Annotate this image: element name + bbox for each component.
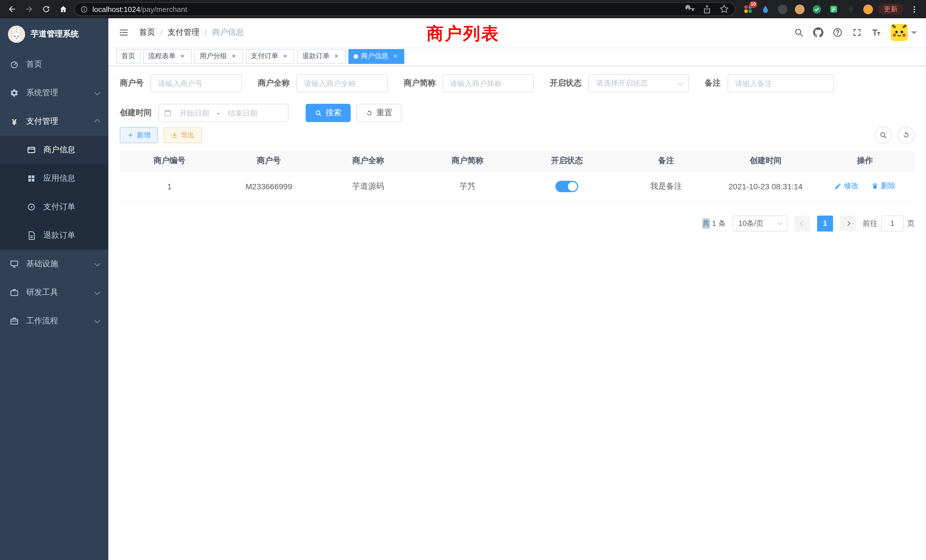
github-icon[interactable] (813, 27, 823, 38)
sidebar-subitem-merchant-info[interactable]: 商户信息 (0, 136, 108, 164)
tab-user-group[interactable]: 用户分组 × (194, 49, 243, 64)
column-header-id: 商户编号 (120, 151, 219, 171)
extension-green-check-icon[interactable] (811, 3, 822, 15)
sidebar-item-infrastructure[interactable]: 基础设施 (0, 250, 108, 278)
column-header-created: 创建时间 (716, 151, 816, 171)
sidebar: 芋道管理系统 首页 系统管理 ¥ 支付管理 (0, 18, 108, 560)
chevron-down-icon (678, 80, 683, 85)
edit-button-label: 修改 (844, 181, 859, 191)
extension-orange-avatar-icon[interactable] (862, 3, 873, 15)
extension-grid-icon[interactable]: 10 (742, 3, 754, 15)
sidebar-subitem-refund-order[interactable]: 退款订单 (0, 221, 108, 250)
tab-process-form[interactable]: 流程表单 × (143, 49, 192, 64)
tab-refund-order[interactable]: 退款订单 × (297, 49, 345, 64)
extension-note-icon[interactable] (828, 3, 839, 15)
sidebar-item-home[interactable]: 首页 (0, 50, 108, 79)
back-icon[interactable] (6, 3, 18, 15)
delete-button[interactable]: 删除 (871, 181, 896, 191)
search-button[interactable]: 搜索 (306, 104, 351, 122)
tab-pay-order[interactable]: 支付订单 × (246, 49, 294, 64)
close-icon[interactable]: × (333, 52, 340, 60)
reset-button[interactable]: 重置 (356, 104, 401, 122)
page-1-button[interactable]: 1 (817, 215, 833, 231)
payment-submenu: 商户信息 应用信息 支付订单 (0, 136, 108, 250)
extension-badge: 10 (749, 1, 757, 8)
end-date-input[interactable] (222, 109, 263, 117)
short-name-input[interactable] (442, 74, 534, 92)
url-path: /pay/merchant (140, 5, 187, 14)
cell-created: 2021-10-23 08:31:14 (716, 171, 816, 201)
help-icon[interactable] (832, 27, 843, 38)
extension-drop-icon[interactable] (760, 3, 771, 15)
app-logo[interactable]: 芋道管理系统 (0, 18, 108, 50)
tab-merchant-info[interactable]: 商户信息 × (348, 49, 404, 64)
search-icon[interactable] (794, 27, 804, 38)
cell-remark: 我是备注 (617, 171, 716, 201)
monitor-icon (9, 259, 20, 269)
export-button[interactable]: 导出 (163, 127, 202, 143)
merchant-no-input[interactable] (151, 74, 242, 92)
sidebar-item-system[interactable]: 系统管理 (0, 79, 108, 107)
chevron-down-icon (94, 89, 100, 95)
refresh-table-button[interactable] (897, 127, 915, 144)
url-host: localhost:1024 (92, 5, 140, 14)
status-toggle[interactable] (555, 180, 578, 192)
forward-icon[interactable] (23, 3, 35, 15)
password-key-icon[interactable] (685, 4, 695, 14)
cell-actions: 修改 删除 (816, 171, 915, 201)
close-icon[interactable]: × (391, 52, 399, 60)
search-icon (315, 109, 322, 117)
extension-pin-icon[interactable] (845, 3, 856, 15)
sidebar-subitem-app-info[interactable]: 应用信息 (0, 164, 108, 193)
sidebar-toggle-icon[interactable] (118, 26, 130, 39)
edit-icon (834, 183, 841, 190)
status-select[interactable]: 请选择开启状态 (589, 74, 689, 92)
prev-page-button[interactable] (794, 215, 810, 231)
total-suffix: 条 (719, 218, 726, 229)
merchant-table: 商户编号 商户号 商户全称 商户简称 开启状态 备注 创建时间 操作 1 (120, 151, 915, 201)
close-icon[interactable]: × (179, 52, 186, 60)
filter-row-2: 创建时间 - 搜 (120, 104, 915, 122)
table-header-row: 商户编号 商户号 商户全称 商户简称 开启状态 备注 创建时间 操作 (120, 151, 915, 171)
breadcrumb-payment[interactable]: 支付管理 (168, 27, 200, 38)
browser-update-button[interactable]: 更新 (878, 3, 903, 15)
date-range-picker[interactable]: - (159, 104, 289, 122)
extension-dark-circle-icon[interactable] (776, 3, 788, 15)
edit-button[interactable]: 修改 (834, 181, 859, 191)
filter-remark: 备注 (705, 74, 834, 92)
font-size-icon[interactable] (871, 27, 882, 38)
yen-icon: ¥ (9, 117, 20, 126)
extension-avatar-icon[interactable] (794, 3, 805, 15)
sidebar-item-dev-tools[interactable]: 研发工具 (0, 278, 108, 307)
tab-home[interactable]: 首页 (117, 49, 140, 64)
sidebar-subitem-pay-order[interactable]: 支付订单 (0, 193, 108, 221)
add-button[interactable]: 新增 (120, 127, 158, 143)
breadcrumb-home[interactable]: 首页 (139, 27, 155, 38)
browser-toolbar: localhost:1024/pay/merchant 10 (0, 0, 926, 18)
close-icon[interactable]: × (230, 52, 238, 60)
sidebar-item-workflow[interactable]: 工作流程 (0, 307, 108, 335)
user-avatar[interactable] (891, 24, 917, 41)
sidebar-item-payment[interactable]: ¥ 支付管理 (0, 107, 108, 136)
browser-menu-icon[interactable] (908, 3, 920, 15)
full-name-input[interactable] (297, 74, 388, 92)
sidebar-item-label: 支付管理 (26, 117, 58, 127)
close-icon[interactable]: × (281, 52, 289, 60)
column-header-actions: 操作 (816, 151, 915, 171)
share-icon[interactable] (702, 4, 712, 14)
address-bar[interactable]: localhost:1024/pay/merchant (74, 2, 735, 16)
fullscreen-icon[interactable] (852, 27, 862, 38)
goto-page-input[interactable] (881, 215, 904, 231)
cell-merchant-no: M233666999 (219, 171, 319, 201)
toggle-search-button[interactable] (875, 127, 892, 144)
bookmark-star-icon[interactable] (719, 4, 729, 14)
start-date-input[interactable] (174, 109, 215, 117)
site-info-icon[interactable] (80, 5, 88, 13)
remark-input[interactable] (728, 74, 834, 92)
page-size-select[interactable]: 10条/页 (733, 215, 787, 231)
filter-label: 商户号 (120, 78, 144, 88)
reload-icon[interactable] (40, 3, 53, 15)
logo-image (8, 26, 25, 43)
next-page-button[interactable] (840, 215, 856, 231)
home-icon[interactable] (57, 3, 70, 15)
